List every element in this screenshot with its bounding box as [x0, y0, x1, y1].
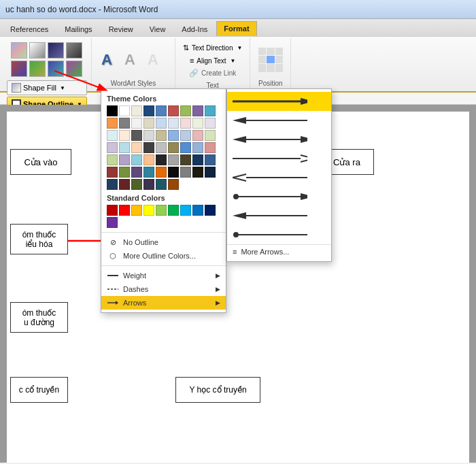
- theme-color-swatch[interactable]: [192, 118, 203, 129]
- arrow-item-3[interactable]: [227, 130, 331, 149]
- theme-color-swatch[interactable]: [119, 179, 130, 190]
- dashes-item[interactable]: Dashes ▶: [101, 282, 226, 296]
- theme-color-swatch[interactable]: [192, 142, 203, 153]
- theme-color-swatch[interactable]: [143, 118, 154, 129]
- theme-color-swatch[interactable]: [143, 179, 154, 190]
- wordart-style-3[interactable]: A: [142, 48, 164, 72]
- standard-color-swatch[interactable]: [119, 205, 130, 216]
- theme-color-swatch[interactable]: [205, 142, 216, 153]
- theme-color-swatch[interactable]: [131, 105, 142, 116]
- tab-references[interactable]: References: [3, 22, 56, 36]
- theme-color-swatch[interactable]: [168, 142, 179, 153]
- theme-color-swatch[interactable]: [119, 167, 130, 178]
- theme-color-swatch[interactable]: [119, 105, 130, 116]
- more-outline-colors-item[interactable]: ⬡ More Outline Colors...: [101, 249, 226, 263]
- arrows-item[interactable]: Arrows ▶: [101, 296, 226, 310]
- flow-box-y-hoc-co-truyen-left[interactable]: c cổ truyền: [10, 377, 68, 403]
- theme-color-swatch[interactable]: [156, 154, 167, 165]
- theme-color-swatch[interactable]: [143, 105, 154, 116]
- wordart-style-1[interactable]: A: [96, 48, 118, 72]
- no-outline-item[interactable]: ⊘ No Outline: [101, 235, 226, 249]
- theme-color-swatch[interactable]: [107, 118, 118, 129]
- theme-color-swatch[interactable]: [180, 130, 191, 141]
- theme-color-swatch[interactable]: [205, 167, 216, 178]
- weight-item[interactable]: Weight ▶: [101, 269, 226, 282]
- theme-color-swatch[interactable]: [143, 142, 154, 153]
- theme-color-swatch[interactable]: [107, 167, 118, 178]
- theme-color-swatch[interactable]: [156, 179, 167, 190]
- arrow-item-5[interactable]: [227, 168, 331, 187]
- theme-color-swatch[interactable]: [192, 105, 203, 116]
- theme-color-swatch[interactable]: [180, 154, 191, 165]
- theme-color-swatch[interactable]: [143, 130, 154, 141]
- theme-color-swatch[interactable]: [131, 130, 142, 141]
- theme-color-swatch[interactable]: [119, 154, 130, 165]
- theme-color-swatch[interactable]: [156, 105, 167, 116]
- standard-color-swatch[interactable]: [131, 205, 142, 216]
- theme-color-swatch[interactable]: [168, 179, 179, 190]
- tab-format[interactable]: Format: [216, 21, 256, 36]
- more-arrows-item[interactable]: ≡ More Arrows...: [227, 244, 331, 259]
- arrow-item-6[interactable]: [227, 187, 331, 206]
- theme-color-swatch[interactable]: [168, 154, 179, 165]
- theme-color-swatch[interactable]: [131, 154, 142, 165]
- theme-color-swatch[interactable]: [168, 130, 179, 141]
- theme-color-swatch[interactable]: [143, 167, 154, 178]
- standard-color-swatch[interactable]: [180, 205, 191, 216]
- theme-color-swatch[interactable]: [205, 154, 216, 165]
- theme-color-swatch[interactable]: [180, 118, 191, 129]
- theme-color-swatch[interactable]: [192, 154, 203, 165]
- theme-color-swatch[interactable]: [119, 118, 130, 129]
- tab-view[interactable]: View: [142, 22, 173, 36]
- theme-color-swatch[interactable]: [107, 130, 118, 141]
- standard-color-swatch[interactable]: [205, 205, 216, 216]
- text-direction-button[interactable]: ⇅ Text Direction ▼: [180, 42, 246, 54]
- flow-box-cua-vao[interactable]: Cửa vào: [10, 149, 71, 175]
- shape-fill-button[interactable]: Shape Fill ▼: [7, 80, 87, 95]
- theme-color-swatch[interactable]: [156, 142, 167, 153]
- flow-box-nhom-thuoc-tieu-hoa[interactable]: óm thuốciểu hóa: [10, 224, 68, 254]
- standard-color-swatch[interactable]: [156, 205, 167, 216]
- theme-color-swatch[interactable]: [205, 105, 216, 116]
- theme-color-swatch[interactable]: [119, 130, 130, 141]
- theme-color-swatch[interactable]: [119, 142, 130, 153]
- align-text-arrow[interactable]: ▼: [230, 58, 235, 64]
- standard-color-swatch[interactable]: [107, 205, 118, 216]
- arrow-item-4[interactable]: [227, 149, 331, 168]
- standard-color-swatch[interactable]: [143, 205, 154, 216]
- theme-color-swatch[interactable]: [107, 154, 118, 165]
- theme-color-swatch[interactable]: [107, 142, 118, 153]
- standard-color-swatch[interactable]: [107, 217, 118, 228]
- theme-color-swatch[interactable]: [131, 118, 142, 129]
- theme-color-swatch[interactable]: [180, 105, 191, 116]
- tab-addins[interactable]: Add-Ins: [174, 22, 215, 36]
- wordart-style-2[interactable]: A: [119, 48, 141, 72]
- tab-review[interactable]: Review: [101, 22, 141, 36]
- theme-color-swatch[interactable]: [180, 167, 191, 178]
- theme-color-swatch[interactable]: [107, 105, 118, 116]
- theme-color-swatch[interactable]: [156, 167, 167, 178]
- theme-color-swatch[interactable]: [156, 130, 167, 141]
- arrow-item-1[interactable]: [227, 92, 331, 111]
- theme-color-swatch[interactable]: [168, 118, 179, 129]
- flow-box-nhom-thuoc-du-duong[interactable]: óm thuốcu đường: [10, 302, 68, 333]
- standard-color-swatch[interactable]: [192, 205, 203, 216]
- flow-box-y-hoc-co-truyen-right[interactable]: Y học cổ truyền: [175, 377, 260, 403]
- shape-fill-dropdown-arrow[interactable]: ▼: [60, 85, 65, 91]
- text-direction-arrow[interactable]: ▼: [237, 45, 242, 51]
- theme-color-swatch[interactable]: [180, 142, 191, 153]
- theme-color-swatch[interactable]: [131, 167, 142, 178]
- theme-color-swatch[interactable]: [131, 179, 142, 190]
- theme-color-swatch[interactable]: [192, 130, 203, 141]
- create-link-button[interactable]: 🔗 Create Link: [186, 67, 239, 79]
- arrow-item-8[interactable]: [227, 225, 331, 244]
- arrow-item-7[interactable]: [227, 206, 331, 225]
- tab-mailings[interactable]: Mailings: [57, 22, 99, 36]
- theme-color-swatch[interactable]: [205, 118, 216, 129]
- theme-color-swatch[interactable]: [168, 167, 179, 178]
- theme-color-swatch[interactable]: [192, 167, 203, 178]
- theme-color-swatch[interactable]: [168, 105, 179, 116]
- align-text-button[interactable]: ≡ Align Text ▼: [186, 55, 239, 66]
- arrow-item-2[interactable]: [227, 111, 331, 130]
- theme-color-swatch[interactable]: [131, 142, 142, 153]
